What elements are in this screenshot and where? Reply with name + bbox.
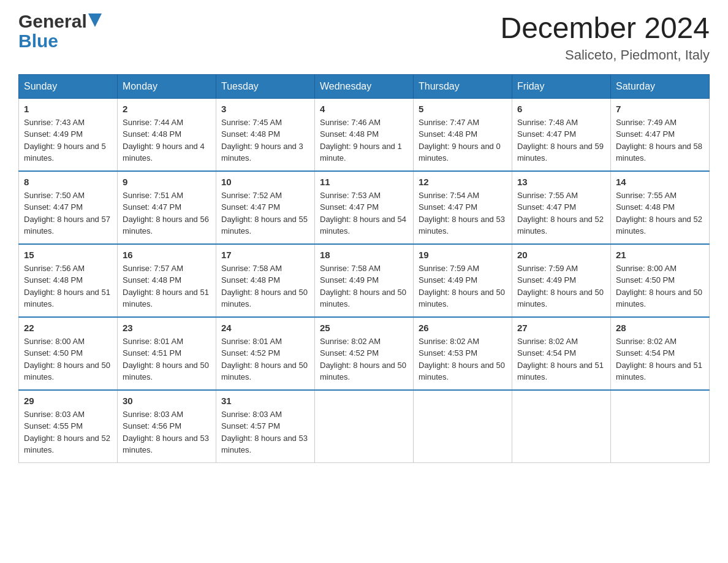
table-row: 18 Sunrise: 7:58 AM Sunset: 4:49 PM Dayl…	[315, 244, 414, 317]
day-info: Sunrise: 8:03 AM Sunset: 4:55 PM Dayligh…	[24, 408, 112, 456]
table-row: 22 Sunrise: 8:00 AM Sunset: 4:50 PM Dayl…	[19, 317, 118, 390]
table-row: 24 Sunrise: 8:01 AM Sunset: 4:52 PM Dayl…	[216, 317, 315, 390]
logo-arrow-icon	[88, 13, 102, 27]
day-number: 29	[24, 396, 112, 406]
header-wednesday: Wednesday	[315, 74, 414, 98]
day-number: 8	[24, 177, 112, 187]
day-info: Sunrise: 8:03 AM Sunset: 4:57 PM Dayligh…	[221, 408, 309, 456]
day-info: Sunrise: 8:03 AM Sunset: 4:56 PM Dayligh…	[123, 408, 211, 456]
title-block: December 2024 Saliceto, Piedmont, Italy	[500, 12, 710, 63]
table-row: 7 Sunrise: 7:49 AM Sunset: 4:47 PM Dayli…	[611, 98, 710, 171]
day-number: 28	[616, 323, 704, 333]
table-row: 26 Sunrise: 8:02 AM Sunset: 4:53 PM Dayl…	[414, 317, 512, 390]
table-row: 11 Sunrise: 7:53 AM Sunset: 4:47 PM Dayl…	[315, 171, 414, 244]
day-info: Sunrise: 8:01 AM Sunset: 4:51 PM Dayligh…	[123, 335, 211, 383]
table-row: 21 Sunrise: 8:00 AM Sunset: 4:50 PM Dayl…	[611, 244, 710, 317]
day-info: Sunrise: 7:56 AM Sunset: 4:48 PM Dayligh…	[24, 262, 112, 310]
day-number: 27	[517, 323, 605, 333]
calendar-week-row: 29 Sunrise: 8:03 AM Sunset: 4:55 PM Dayl…	[19, 390, 710, 463]
location-subtitle: Saliceto, Piedmont, Italy	[500, 47, 710, 63]
day-number: 16	[123, 250, 211, 260]
table-row: 4 Sunrise: 7:46 AM Sunset: 4:48 PM Dayli…	[315, 98, 414, 171]
day-info: Sunrise: 7:53 AM Sunset: 4:47 PM Dayligh…	[320, 190, 408, 237]
table-row: 10 Sunrise: 7:52 AM Sunset: 4:47 PM Dayl…	[216, 171, 315, 244]
day-info: Sunrise: 7:48 AM Sunset: 4:47 PM Dayligh…	[517, 117, 605, 164]
day-number: 23	[123, 323, 211, 333]
table-row: 27 Sunrise: 8:02 AM Sunset: 4:54 PM Dayl…	[512, 317, 611, 390]
calendar-table: Sunday Monday Tuesday Wednesday Thursday…	[18, 74, 710, 463]
table-row: 15 Sunrise: 7:56 AM Sunset: 4:48 PM Dayl…	[19, 244, 118, 317]
day-info: Sunrise: 7:49 AM Sunset: 4:47 PM Dayligh…	[616, 117, 704, 164]
day-info: Sunrise: 7:43 AM Sunset: 4:49 PM Dayligh…	[24, 117, 112, 164]
day-number: 26	[419, 323, 507, 333]
header-sunday: Sunday	[19, 74, 118, 98]
day-number: 14	[616, 177, 704, 187]
table-row: 5 Sunrise: 7:47 AM Sunset: 4:48 PM Dayli…	[414, 98, 512, 171]
day-info: Sunrise: 7:57 AM Sunset: 4:48 PM Dayligh…	[123, 262, 211, 310]
calendar-week-row: 1 Sunrise: 7:43 AM Sunset: 4:49 PM Dayli…	[19, 98, 710, 171]
day-number: 3	[221, 104, 309, 114]
header-tuesday: Tuesday	[216, 74, 315, 98]
day-number: 5	[419, 104, 507, 114]
day-info: Sunrise: 8:02 AM Sunset: 4:54 PM Dayligh…	[517, 335, 605, 383]
table-row: 31 Sunrise: 8:03 AM Sunset: 4:57 PM Dayl…	[216, 390, 315, 463]
table-row: 3 Sunrise: 7:45 AM Sunset: 4:48 PM Dayli…	[216, 98, 315, 171]
logo: General Blue	[18, 12, 102, 50]
day-number: 12	[419, 177, 507, 187]
day-info: Sunrise: 7:58 AM Sunset: 4:48 PM Dayligh…	[221, 262, 309, 310]
day-number: 6	[517, 104, 605, 114]
day-info: Sunrise: 7:59 AM Sunset: 4:49 PM Dayligh…	[517, 262, 605, 310]
day-info: Sunrise: 7:55 AM Sunset: 4:47 PM Dayligh…	[517, 190, 605, 237]
month-title: December 2024	[500, 12, 710, 45]
day-number: 30	[123, 396, 211, 406]
day-info: Sunrise: 8:00 AM Sunset: 4:50 PM Dayligh…	[24, 335, 112, 383]
header-thursday: Thursday	[414, 74, 512, 98]
table-row: 8 Sunrise: 7:50 AM Sunset: 4:47 PM Dayli…	[19, 171, 118, 244]
calendar-week-row: 8 Sunrise: 7:50 AM Sunset: 4:47 PM Dayli…	[19, 171, 710, 244]
table-row: 20 Sunrise: 7:59 AM Sunset: 4:49 PM Dayl…	[512, 244, 611, 317]
day-info: Sunrise: 8:00 AM Sunset: 4:50 PM Dayligh…	[616, 262, 704, 310]
day-number: 1	[24, 104, 112, 114]
day-info: Sunrise: 8:02 AM Sunset: 4:52 PM Dayligh…	[320, 335, 408, 383]
svg-marker-0	[88, 13, 102, 27]
table-row: 9 Sunrise: 7:51 AM Sunset: 4:47 PM Dayli…	[118, 171, 216, 244]
day-number: 7	[616, 104, 704, 114]
day-info: Sunrise: 7:51 AM Sunset: 4:47 PM Dayligh…	[123, 190, 211, 237]
day-info: Sunrise: 7:50 AM Sunset: 4:47 PM Dayligh…	[24, 190, 112, 237]
table-row: 19 Sunrise: 7:59 AM Sunset: 4:49 PM Dayl…	[414, 244, 512, 317]
table-row	[414, 390, 512, 463]
table-row	[611, 390, 710, 463]
page-header: General Blue December 2024 Saliceto, Pie…	[18, 12, 710, 63]
table-row: 30 Sunrise: 8:03 AM Sunset: 4:56 PM Dayl…	[118, 390, 216, 463]
day-info: Sunrise: 8:02 AM Sunset: 4:53 PM Dayligh…	[419, 335, 507, 383]
day-info: Sunrise: 7:58 AM Sunset: 4:49 PM Dayligh…	[320, 262, 408, 310]
day-info: Sunrise: 7:44 AM Sunset: 4:48 PM Dayligh…	[123, 117, 211, 164]
table-row	[315, 390, 414, 463]
day-number: 19	[419, 250, 507, 260]
table-row: 16 Sunrise: 7:57 AM Sunset: 4:48 PM Dayl…	[118, 244, 216, 317]
day-number: 24	[221, 323, 309, 333]
table-row: 25 Sunrise: 8:02 AM Sunset: 4:52 PM Dayl…	[315, 317, 414, 390]
table-row: 2 Sunrise: 7:44 AM Sunset: 4:48 PM Dayli…	[118, 98, 216, 171]
day-info: Sunrise: 8:01 AM Sunset: 4:52 PM Dayligh…	[221, 335, 309, 383]
table-row: 17 Sunrise: 7:58 AM Sunset: 4:48 PM Dayl…	[216, 244, 315, 317]
logo-general: General	[18, 12, 87, 31]
day-number: 11	[320, 177, 408, 187]
day-number: 22	[24, 323, 112, 333]
header-monday: Monday	[118, 74, 216, 98]
calendar-week-row: 22 Sunrise: 8:00 AM Sunset: 4:50 PM Dayl…	[19, 317, 710, 390]
table-row: 12 Sunrise: 7:54 AM Sunset: 4:47 PM Dayl…	[414, 171, 512, 244]
table-row: 13 Sunrise: 7:55 AM Sunset: 4:47 PM Dayl…	[512, 171, 611, 244]
table-row: 6 Sunrise: 7:48 AM Sunset: 4:47 PM Dayli…	[512, 98, 611, 171]
calendar-week-row: 15 Sunrise: 7:56 AM Sunset: 4:48 PM Dayl…	[19, 244, 710, 317]
table-row: 29 Sunrise: 8:03 AM Sunset: 4:55 PM Dayl…	[19, 390, 118, 463]
table-row	[512, 390, 611, 463]
day-number: 10	[221, 177, 309, 187]
day-info: Sunrise: 7:46 AM Sunset: 4:48 PM Dayligh…	[320, 117, 408, 164]
header-friday: Friday	[512, 74, 611, 98]
header-saturday: Saturday	[611, 74, 710, 98]
day-info: Sunrise: 7:59 AM Sunset: 4:49 PM Dayligh…	[419, 262, 507, 310]
day-info: Sunrise: 7:45 AM Sunset: 4:48 PM Dayligh…	[221, 117, 309, 164]
logo-blue: Blue	[18, 32, 58, 50]
day-info: Sunrise: 8:02 AM Sunset: 4:54 PM Dayligh…	[616, 335, 704, 383]
